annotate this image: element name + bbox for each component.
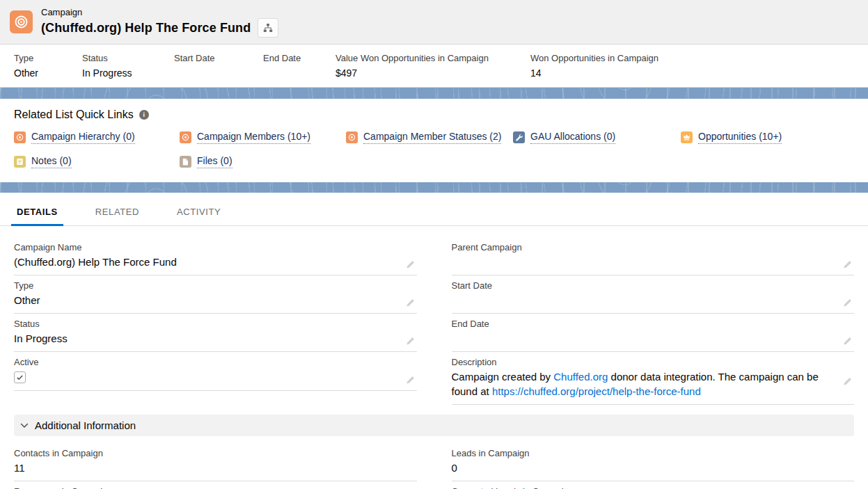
quick-link-campaign-hierarchy[interactable]: Campaign Hierarchy (0) [14, 131, 180, 144]
highlight-type: Type Other [14, 52, 82, 79]
field-value [452, 293, 835, 307]
field-value: 11 [14, 460, 397, 475]
field-value [452, 331, 835, 346]
view-hierarchy-button[interactable] [258, 18, 278, 38]
field-responses-in-campaign: Responses in Campaign 11 [14, 481, 417, 489]
chevron-down-icon [19, 421, 29, 431]
section-title: Additional Information [35, 419, 136, 431]
field-description: Description Campaign created by Chuffed.… [452, 352, 855, 405]
page-title: (Chuffed.org) Help The Force Fund [41, 19, 251, 36]
highlights-panel: Type Other Status In Progress Start Date… [0, 44, 868, 88]
edit-pencil-icon[interactable] [843, 298, 853, 307]
quick-link-notes[interactable]: Notes (0) [14, 155, 180, 168]
quick-link-campaign-member-statuses[interactable]: Campaign Member Statuses (2) [346, 131, 513, 144]
field-label: Converted Leads in Campaign [452, 486, 835, 489]
section-additional-information[interactable]: Additional Information [14, 415, 854, 436]
edit-pencil-icon[interactable] [843, 376, 853, 386]
highlight-won-opportunities: Won Opportunities in Campaign 14 [530, 52, 868, 79]
field-label: Parent Campaign [452, 241, 835, 253]
tab-details[interactable]: DETAILS [14, 207, 61, 225]
description-link[interactable]: https://chuffed.org/project/help-the-for… [492, 385, 701, 397]
edit-pencil-icon[interactable] [843, 336, 853, 346]
hierarchy-icon [263, 23, 273, 33]
active-checkbox[interactable] [14, 371, 26, 383]
quick-link-label: Files (0) [197, 155, 232, 168]
field-label: Contacts in Campaign [14, 447, 397, 459]
details-form: Campaign Name (Chuffed.org) Help The For… [0, 226, 868, 405]
quick-link-label: Campaign Hierarchy (0) [31, 131, 135, 144]
field-label: Responses in Campaign [14, 486, 397, 489]
campaign-bullseye-icon [10, 10, 33, 33]
quick-link-label: Notes (0) [31, 155, 72, 168]
highlight-status: Status In Progress [82, 52, 174, 79]
campaign-icon [346, 131, 358, 143]
field-label: End Date [452, 318, 835, 330]
checkmark-icon [16, 374, 24, 381]
edit-pencil-icon[interactable] [406, 336, 416, 346]
quick-link-label: GAU Allocations (0) [530, 131, 615, 144]
quick-links-title: Related List Quick Links [14, 109, 134, 121]
field-type: Type Other [14, 275, 417, 314]
campaign-icon [14, 131, 26, 143]
field-label: Leads in Campaign [452, 447, 835, 459]
edit-pencil-icon[interactable] [406, 298, 416, 307]
field-value [14, 369, 397, 385]
field-label: Campaign Name [14, 241, 397, 253]
field-value: 0 [452, 460, 835, 475]
field-parent-campaign: Parent Campaign [452, 237, 855, 275]
info-icon[interactable]: i [139, 110, 149, 120]
quick-link-campaign-members[interactable]: Campaign Members (10+) [180, 131, 346, 144]
field-label: Description [452, 356, 835, 368]
field-value: Other [14, 293, 397, 307]
tab-related[interactable]: RELATED [93, 207, 142, 225]
edit-pencil-icon[interactable] [406, 375, 416, 385]
quick-link-label: Campaign Members (10+) [197, 131, 310, 144]
highlight-label: Won Opportunities in Campaign [530, 52, 861, 64]
highlight-value-won-opportunities: Value Won Opportunities in Campaign $497 [336, 52, 530, 79]
description-text: Campaign created by [452, 371, 554, 383]
highlight-label: Value Won Opportunities in Campaign [336, 52, 523, 64]
highlight-start-date: Start Date [174, 52, 263, 79]
quick-link-files[interactable]: Files (0) [180, 155, 346, 168]
highlight-label: Status [82, 52, 167, 64]
field-label: Active [14, 356, 397, 368]
quick-link-gau-allocations[interactable]: GAU Allocations (0) [513, 131, 681, 144]
tab-activity[interactable]: ACTIVITY [174, 207, 223, 225]
additional-information-form: Contacts in Campaign 11 Responses in Cam… [0, 436, 868, 489]
record-header: Campaign (Chuffed.org) Help The Force Fu… [0, 0, 868, 44]
wrench-icon [513, 131, 525, 143]
highlight-label: End Date [263, 52, 329, 64]
highlight-value [263, 67, 329, 79]
related-list-quick-links-card: Related List Quick Links i Campaign Hier… [0, 99, 868, 182]
record-detail-card: DETAILS RELATED ACTIVITY Campaign Name (… [0, 193, 868, 489]
campaign-icon [180, 131, 191, 143]
background-band [0, 88, 868, 99]
field-active: Active [14, 352, 417, 391]
field-label: Type [14, 280, 397, 291]
quick-link-opportunities[interactable]: Opportunities (10+) [681, 131, 854, 144]
field-label: Status [14, 318, 397, 330]
highlight-value: Other [14, 67, 75, 79]
field-label: Start Date [452, 280, 835, 291]
highlight-value [174, 67, 256, 79]
field-campaign-name: Campaign Name (Chuffed.org) Help The For… [14, 237, 417, 275]
edit-pencil-icon[interactable] [406, 259, 416, 269]
quick-links-grid: Campaign Hierarchy (0) Campaign Members … [14, 131, 854, 168]
file-icon [180, 156, 191, 168]
highlight-label: Start Date [174, 52, 256, 64]
highlight-value: In Progress [82, 67, 167, 79]
bullseye-glyph [14, 15, 29, 29]
note-icon [14, 156, 26, 168]
field-contacts-in-campaign: Contacts in Campaign 11 [14, 443, 417, 481]
edit-pencil-icon[interactable] [843, 259, 853, 269]
highlight-end-date: End Date [263, 52, 336, 79]
highlight-value: 14 [530, 67, 861, 79]
field-end-date: End Date [452, 314, 855, 352]
field-leads-in-campaign: Leads in Campaign 0 [452, 443, 855, 481]
description-link[interactable]: Chuffed.org [553, 371, 608, 383]
field-converted-leads-in-campaign: Converted Leads in Campaign 0 [452, 481, 855, 489]
highlight-label: Type [14, 52, 75, 64]
field-value: Campaign created by Chuffed.org donor da… [452, 369, 828, 399]
field-value [452, 255, 835, 269]
opportunity-crown-icon [681, 131, 693, 143]
